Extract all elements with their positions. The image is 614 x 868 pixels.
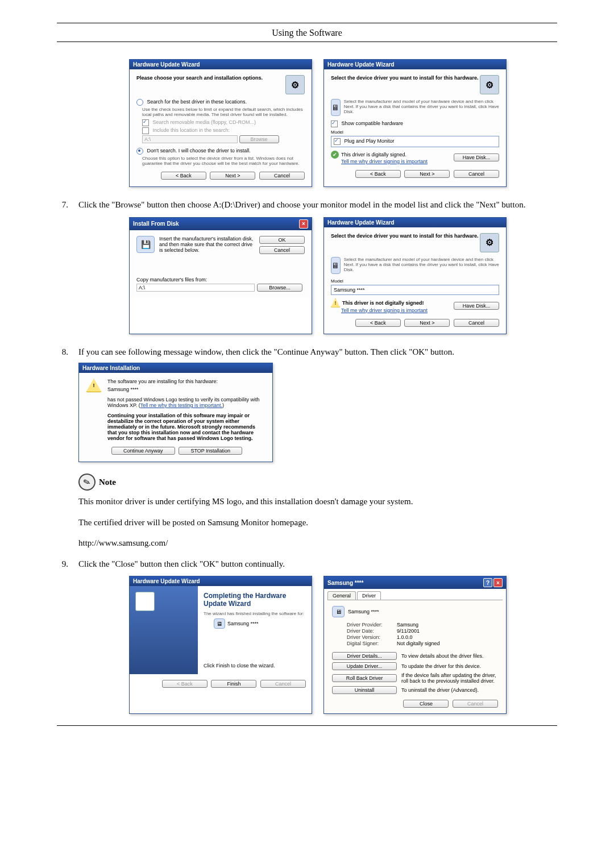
device-name: Samsung **** — [348, 609, 379, 614]
radio-search-best[interactable]: Search for the best driver in these loca… — [147, 99, 247, 105]
next-button[interactable]: Next > — [404, 319, 450, 327]
driver-details-button[interactable]: Driver Details... — [332, 652, 397, 660]
model-check-icon — [334, 138, 341, 145]
select-driver-desc: Select the manufacturer and model of you… — [344, 257, 499, 274]
radio-icon — [136, 99, 143, 106]
tab-general[interactable]: General — [327, 591, 356, 600]
signing-info-link[interactable]: Tell me why driver signing is important — [341, 308, 428, 313]
back-button[interactable]: < Back — [161, 172, 206, 180]
note-p1: This monitor driver is under certifying … — [78, 495, 557, 508]
cancel-button[interactable]: Cancel — [454, 170, 499, 178]
provider-key: Driver Provider: — [347, 622, 397, 628]
finish-device: Samsung **** — [227, 621, 259, 626]
warning-icon: ! — [331, 298, 340, 308]
provider-value: Samsung — [397, 622, 418, 628]
tab-driver[interactable]: Driver — [357, 591, 381, 600]
dialog-search-options: Hardware Update Wizard Please choose you… — [129, 59, 312, 187]
cancel-button: Cancel — [453, 700, 498, 708]
continue-anyway-button[interactable]: Continue Anyway — [111, 447, 175, 455]
titlebar: Hardware Update Wizard — [130, 576, 312, 586]
next-button[interactable]: Next > — [404, 170, 450, 178]
finish-line1: The wizard has finished installing the s… — [204, 611, 306, 616]
checkbox-show-compatible[interactable]: Show compatible hardware — [342, 121, 404, 126]
hwinstall-logo-end: ) — [222, 402, 224, 408]
cancel-button[interactable]: Cancel — [454, 319, 499, 327]
device-icon: 🖥 — [331, 99, 341, 116]
signed-icon: ✔ — [331, 151, 339, 159]
title-text: Hardware Update Wizard — [327, 61, 395, 68]
rule-top — [57, 23, 557, 23]
dialog-heading: Please choose your search and installati… — [136, 75, 263, 81]
back-button[interactable]: < Back — [355, 319, 401, 327]
help-icon[interactable]: ? — [483, 578, 492, 587]
wizard-icon: ⚙ — [480, 75, 499, 94]
signer-key: Digital Signer: — [347, 641, 397, 646]
logo-testing-link[interactable]: Tell me why this testing is important. — [140, 402, 222, 408]
title-text: Hardware Update Wizard — [133, 578, 200, 584]
monitor-icon: 🖥 — [214, 618, 225, 629]
uninstall-button[interactable]: Uninstall — [332, 686, 397, 694]
dialog-heading: Select the device driver you want to ins… — [331, 75, 479, 81]
cancel-button[interactable]: Cancel — [259, 246, 305, 254]
checkbox-icon — [331, 121, 338, 127]
checkbox-icon — [142, 127, 149, 134]
close-icon[interactable]: × — [299, 219, 308, 229]
titlebar: Hardware Update Wizard — [324, 60, 506, 69]
rule-bottom — [57, 725, 557, 726]
update-driver-desc: To update the driver for this device. — [401, 663, 481, 669]
model-list[interactable]: Plug and Play Monitor — [331, 136, 499, 147]
dialog-finish-wizard: Hardware Update Wizard ⚙ Completing the … — [129, 576, 312, 714]
update-driver-button[interactable]: Update Driver... — [332, 662, 397, 670]
radio-icon — [136, 148, 143, 155]
select-driver-desc: Select the manufacturer and model of you… — [344, 99, 499, 116]
back-button: < Back — [162, 680, 208, 688]
rollback-driver-button[interactable]: Roll Back Driver — [332, 674, 397, 682]
finish-heading: Completing the Hardware Update Wizard — [204, 592, 306, 608]
titlebar: Hardware Update Wizard — [324, 218, 506, 227]
device-icon: 🖥 — [331, 257, 341, 274]
dialog-select-driver-samsung: Hardware Update Wizard Select the device… — [323, 217, 507, 334]
stop-installation-button[interactable]: STOP Installation — [179, 447, 242, 455]
monitor-icon: 🖥 — [332, 606, 345, 617]
finish-button[interactable]: Finish — [211, 680, 256, 688]
cancel-button[interactable]: Cancel — [259, 172, 305, 180]
wizard-icon: ⚙ — [285, 75, 305, 94]
version-key: Driver Version: — [347, 634, 397, 640]
signing-info-link[interactable]: Tell me why driver signing is important — [341, 159, 428, 164]
hwinstall-device: Samsung **** — [107, 387, 265, 392]
titlebar: Hardware Update Wizard — [130, 60, 312, 69]
dont-search-desc: Choose this option to select the device … — [142, 156, 305, 166]
path-field[interactable]: A:\ — [136, 284, 255, 292]
close-icon[interactable]: × — [493, 578, 503, 587]
driver-details-desc: To view details about the driver files. — [401, 653, 484, 659]
step-number: 7. — [57, 198, 68, 211]
signer-value: Not digitally signed — [397, 641, 440, 646]
search-best-desc: Use the check boxes below to limit or ex… — [142, 107, 305, 117]
ok-button[interactable]: OK — [259, 236, 305, 244]
radio-dont-search[interactable]: Don't search. I will choose the driver t… — [147, 148, 251, 153]
model-list[interactable]: Samsung **** — [331, 285, 499, 295]
path-field[interactable]: A:\ — [142, 135, 238, 143]
titlebar: Install From Disk × — [130, 218, 312, 230]
install-disk-msg: Insert the manufacturer's installation d… — [159, 236, 255, 253]
close-button[interactable]: Close — [403, 700, 449, 708]
model-item[interactable]: Plug and Play Monitor — [345, 138, 395, 144]
have-disk-button[interactable]: Have Disk... — [454, 153, 499, 161]
title-text: Samsung **** — [327, 580, 363, 586]
have-disk-button[interactable]: Have Disk... — [454, 302, 499, 310]
dialog-install-from-disk: Install From Disk × 💾 Insert the manufac… — [129, 217, 312, 334]
titlebar: Samsung **** ?× — [324, 576, 506, 589]
title-text: Hardware Installation — [82, 365, 140, 371]
model-item[interactable]: Samsung **** — [334, 287, 365, 293]
rule-under-title — [57, 41, 557, 42]
browse-button[interactable]: Browse — [239, 135, 279, 143]
back-button[interactable]: < Back — [355, 170, 401, 178]
title-text: Hardware Update Wizard — [133, 61, 200, 68]
browse-button[interactable]: Browse... — [257, 284, 302, 292]
title-text: Install From Disk — [133, 221, 179, 227]
step-text: Click the "Close" button then click "OK"… — [78, 558, 557, 571]
checkbox-include-location[interactable]: Include this location in the search: — [153, 127, 230, 133]
hwinstall-line1: The software you are installing for this… — [107, 379, 265, 384]
next-button[interactable]: Next > — [210, 172, 255, 180]
checkbox-removable-media[interactable]: Search removable media (floppy, CD-ROM..… — [153, 119, 256, 125]
